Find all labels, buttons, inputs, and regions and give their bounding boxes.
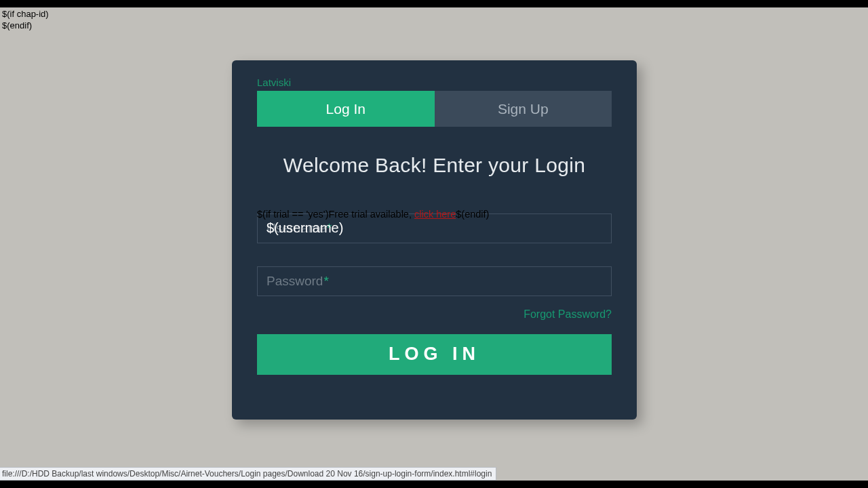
login-button[interactable]: LOG IN xyxy=(257,334,612,375)
trial-text: $(if trial == 'yes')Free trial available… xyxy=(257,209,612,220)
language-link[interactable]: Latviski xyxy=(257,77,291,88)
trial-link[interactable]: click here xyxy=(414,209,456,220)
password-field[interactable]: Password* xyxy=(257,266,612,296)
welcome-heading: Welcome Back! Enter your Login xyxy=(257,154,612,177)
trial-prefix: $(if trial == 'yes')Free trial available… xyxy=(257,209,414,220)
tab-signup[interactable]: Sign Up xyxy=(435,91,612,127)
debug-line-1: $(if chap-id) xyxy=(2,9,49,20)
password-placeholder: Password* xyxy=(267,274,329,289)
browser-status-bar: file:///D:/HDD Backup/last windows/Deskt… xyxy=(0,467,496,481)
tab-login[interactable]: Log In xyxy=(257,91,435,127)
forgot-password-link[interactable]: Forgot Password? xyxy=(257,308,612,321)
debug-template-text: $(if chap-id) $(endif) xyxy=(2,9,49,32)
username-value: $(username) xyxy=(267,220,343,236)
login-card: Latviski Log In Sign Up Welcome Back! En… xyxy=(232,60,637,420)
debug-line-2: $(endif) xyxy=(2,20,49,32)
auth-tabs: Log In Sign Up xyxy=(257,91,612,127)
password-placeholder-text: Password xyxy=(267,274,323,288)
trial-suffix: $(endif) xyxy=(456,209,489,220)
required-asterisk-icon: * xyxy=(323,274,328,288)
